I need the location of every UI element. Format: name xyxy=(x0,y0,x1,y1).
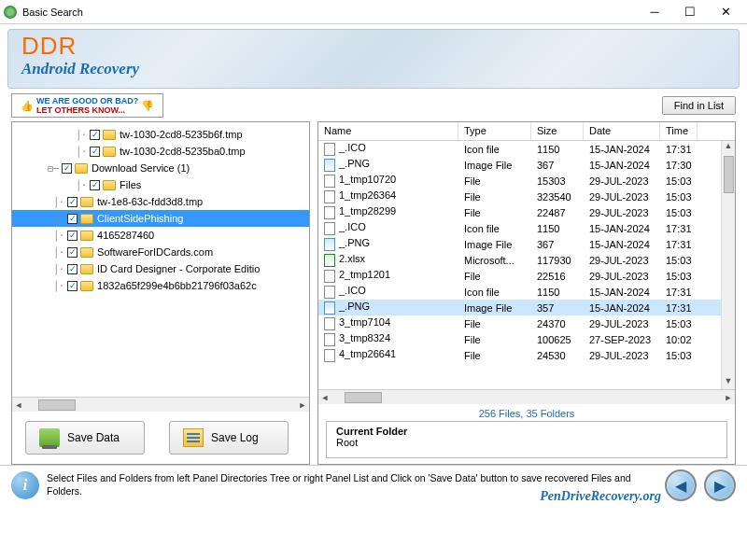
list-row[interactable]: 3_tmp8324File10062527-SEP-202310:02 xyxy=(318,331,735,347)
checkbox-icon[interactable]: ✓ xyxy=(90,147,100,157)
checkbox-icon[interactable]: ✓ xyxy=(67,214,78,224)
tree-item[interactable]: │·✓tw-1e8-63c-fdd3d8.tmp xyxy=(12,193,309,210)
app-icon xyxy=(4,6,17,19)
tree-item-label: tw-1e8-63c-fdd3d8.tmp xyxy=(97,196,203,207)
next-button[interactable]: ▶ xyxy=(704,469,736,501)
save-data-button[interactable]: Save Data xyxy=(25,421,145,455)
toolbar: 👍 WE ARE GOOD OR BAD? LET OTHERS KNOW...… xyxy=(0,91,747,121)
titlebar: Basic Search ─ ☐ ✕ xyxy=(0,0,747,24)
tree-item-label: SoftwareForIDCards.com xyxy=(97,246,213,258)
list-row[interactable]: 4_tmp26641File2453029-JUL-202315:03 xyxy=(318,347,735,363)
list-row[interactable]: 2.xlsxMicrosoft...11793029-JUL-202315:03 xyxy=(318,252,735,268)
file-icon xyxy=(324,286,335,299)
tree-item[interactable]: │·✓1832a65f299e4b6bb21796f03a62c xyxy=(12,277,309,294)
current-folder-box: Current Folder Root xyxy=(326,421,727,458)
file-icon xyxy=(324,190,335,203)
tree-item[interactable]: │·✓Files xyxy=(12,176,309,193)
checkbox-icon[interactable]: ✓ xyxy=(90,130,100,140)
checkbox-icon[interactable]: ✓ xyxy=(67,264,78,274)
tree-item[interactable]: │·✓ClientSidePhishing xyxy=(12,210,309,227)
folder-icon xyxy=(75,163,88,174)
tree-item[interactable]: │·✓tw-1030-2cd8-5235ba0.tmp xyxy=(12,143,309,160)
banner: DDR Android Recovery xyxy=(7,29,740,89)
tree-item[interactable]: │·✓4165287460 xyxy=(12,227,309,244)
tree-panel: │·✓tw-1030-2cd8-5235b6f.tmp│·✓tw-1030-2c… xyxy=(11,121,310,465)
file-icon xyxy=(324,175,335,188)
folder-icon xyxy=(80,231,93,241)
current-folder-label: Current Folder xyxy=(336,426,717,437)
tree-item-label: Files xyxy=(120,179,141,190)
file-icon xyxy=(324,238,335,251)
file-icon xyxy=(324,349,335,362)
prev-button[interactable]: ◀ xyxy=(665,469,697,501)
file-icon xyxy=(324,143,335,156)
tree-item[interactable]: │·✓SoftwareForIDCards.com xyxy=(12,244,309,260)
list-row[interactable]: 1_tmp26364File32354029-JUL-202315:03 xyxy=(318,189,735,204)
tree-item-label: tw-1030-2cd8-5235b6f.tmp xyxy=(120,129,242,140)
checkbox-icon[interactable]: ✓ xyxy=(67,197,78,207)
checkbox-icon[interactable]: ✓ xyxy=(62,163,72,174)
stats-label: 256 Files, 35 Folders xyxy=(326,406,727,421)
save-log-icon xyxy=(183,428,204,447)
window-title: Basic Search xyxy=(22,7,83,18)
list-row[interactable]: 1_tmp28299File2248729-JUL-202315:03 xyxy=(318,204,735,220)
list-row[interactable]: 3_tmp7104File2437029-JUL-202315:03 xyxy=(318,315,735,331)
folder-icon xyxy=(80,197,93,207)
list-hscrollbar[interactable]: ◄► xyxy=(318,389,735,404)
watermark: PenDriveRecovery.org xyxy=(540,489,661,504)
tree-view[interactable]: │·✓tw-1030-2cd8-5235b6f.tmp│·✓tw-1030-2c… xyxy=(12,122,309,397)
tree-item-label: ClientSidePhishing xyxy=(97,213,183,224)
file-icon xyxy=(324,301,335,315)
col-date[interactable]: Date xyxy=(584,122,660,140)
list-row[interactable]: _.PNGImage File36715-JAN-202417:30 xyxy=(318,157,735,173)
list-row[interactable]: _.ICOIcon file115015-JAN-202417:31 xyxy=(318,220,735,236)
file-list[interactable]: _.ICOIcon file115015-JAN-202417:31_.PNGI… xyxy=(318,141,735,389)
feedback-button[interactable]: 👍 WE ARE GOOD OR BAD? LET OTHERS KNOW...… xyxy=(11,93,163,118)
list-row[interactable]: _.ICOIcon file115015-JAN-202417:31 xyxy=(318,284,735,300)
checkbox-icon[interactable]: ✓ xyxy=(67,247,78,258)
col-time[interactable]: Time xyxy=(660,122,698,140)
checkbox-icon[interactable]: ✓ xyxy=(67,281,78,291)
folder-icon xyxy=(80,264,93,274)
footer: i Select Files and Folders from left Pan… xyxy=(0,465,747,505)
close-button[interactable]: ✕ xyxy=(708,2,743,22)
save-log-button[interactable]: Save Log xyxy=(169,421,289,455)
info-icon: i xyxy=(11,471,39,499)
folder-icon xyxy=(103,180,116,190)
file-icon xyxy=(324,317,335,330)
list-row[interactable]: _.PNGImage File36715-JAN-202417:31 xyxy=(318,236,735,252)
tree-item[interactable]: ⊟─✓Download Service (1) xyxy=(12,160,309,176)
tree-item[interactable]: │·✓tw-1030-2cd8-5235b6f.tmp xyxy=(12,126,309,143)
tree-item-label: 1832a65f299e4b6bb21796f03a62c xyxy=(97,280,257,291)
list-row[interactable]: 2_tmp1201File2251629-JUL-202315:03 xyxy=(318,268,735,284)
folder-icon xyxy=(103,147,116,157)
col-type[interactable]: Type xyxy=(458,122,531,140)
thumbs-down-icon: 👎 xyxy=(141,100,154,112)
minimize-button[interactable]: ─ xyxy=(637,2,672,22)
tree-item-label: 4165287460 xyxy=(97,230,154,241)
maximize-button[interactable]: ☐ xyxy=(672,2,708,22)
list-header[interactable]: Name Type Size Date Time xyxy=(318,122,735,141)
tree-item[interactable]: │·✓ID Card Designer - Corporate Editio xyxy=(12,260,309,277)
save-data-icon xyxy=(39,428,60,447)
folder-icon xyxy=(80,281,93,291)
checkbox-icon[interactable]: ✓ xyxy=(90,180,100,190)
folder-icon xyxy=(80,214,93,224)
list-row[interactable]: _.ICOIcon file115015-JAN-202417:31 xyxy=(318,141,735,157)
file-icon xyxy=(324,254,335,267)
find-in-list-button[interactable]: Find in List xyxy=(662,96,736,115)
col-size[interactable]: Size xyxy=(531,122,584,140)
brand-logo: DDR xyxy=(21,34,726,58)
thumbs-up-icon: 👍 xyxy=(21,100,34,112)
tree-hscrollbar[interactable]: ◄► xyxy=(12,397,309,412)
list-vscrollbar[interactable]: ▲▼ xyxy=(721,141,735,389)
file-icon xyxy=(324,270,335,283)
col-name[interactable]: Name xyxy=(318,122,458,140)
tree-item-label: Download Service (1) xyxy=(92,162,190,174)
file-icon xyxy=(324,333,335,346)
file-icon xyxy=(324,222,335,235)
folder-icon xyxy=(103,130,116,140)
list-row[interactable]: 1_tmp10720File1530329-JUL-202315:03 xyxy=(318,173,735,189)
list-row[interactable]: _.PNGImage File35715-JAN-202417:31 xyxy=(318,300,735,315)
checkbox-icon[interactable]: ✓ xyxy=(67,231,78,241)
